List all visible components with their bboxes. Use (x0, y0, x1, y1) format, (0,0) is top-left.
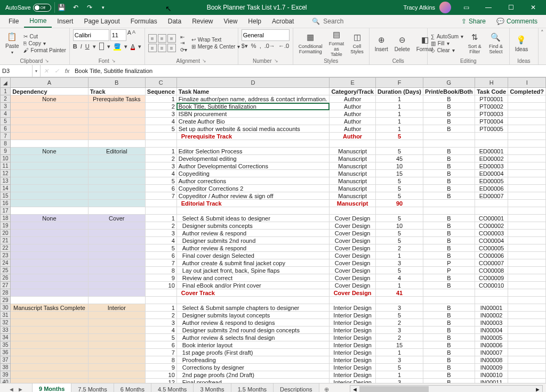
new-sheet-button[interactable]: ⊕ (319, 383, 334, 392)
table-row[interactable]: 345Author review & selects final designI… (1, 334, 546, 341)
font-name-select[interactable] (73, 29, 109, 41)
dialog-launcher-icon[interactable]: ↘ (45, 58, 49, 63)
table-row[interactable]: 389Corrections by designerInterior Desig… (1, 364, 546, 371)
clear-button[interactable]: ◇Clear ▾ (431, 47, 463, 53)
user-avatar[interactable] (439, 2, 451, 13)
table-row[interactable]: 18NoneCover1Select & Submit ideas to des… (1, 215, 546, 222)
table-row[interactable]: 378ProofreadingInterior Design3BIN00008 (1, 356, 546, 364)
search-box[interactable]: 🔍Search (312, 15, 343, 28)
bold-button[interactable]: B (73, 43, 77, 50)
indent-buttons[interactable]: ⇤ ⇥ (180, 34, 187, 46)
close-icon[interactable]: ✕ (523, 0, 544, 15)
table-row[interactable]: 102Developmental editingManuscript45BED0… (1, 155, 546, 162)
spreadsheet-grid[interactable]: ◢ABCDEFGHI 1DependencyTrackSequenceTask … (0, 77, 546, 383)
sort-filter-button[interactable]: ⇅Sort & Filter (465, 32, 484, 54)
menu-page-layout[interactable]: Page Layout (78, 15, 125, 28)
undo-icon[interactable]: ↶ (69, 0, 83, 15)
table-row[interactable]: 8 (1, 140, 546, 148)
select-all-corner[interactable]: ◢ (1, 78, 11, 88)
table-row[interactable]: 258Lay out jacket front, back, Spine fla… (1, 267, 546, 274)
table-row[interactable]: 2710Final eBook and/or Print coverCover … (1, 282, 546, 289)
table-row[interactable]: 9NoneEditorial1Editor Selection ProcessM… (1, 148, 546, 155)
table-row[interactable]: 7Prerequisite TrackAuthor5 (1, 133, 546, 140)
sheet-tab[interactable]: 6 Months (114, 383, 151, 392)
conditional-formatting-button[interactable]: ▦Conditional Formatting (296, 32, 325, 54)
maximize-icon[interactable]: ☐ (500, 0, 521, 15)
table-row[interactable]: 17 (1, 207, 546, 215)
table-row[interactable]: 146Copyeditor Corrections 2Manuscript5BE… (1, 185, 546, 192)
number-format-select[interactable] (242, 29, 290, 41)
table-row[interactable]: 247Author create & submit final jacket c… (1, 259, 546, 267)
table-row[interactable]: 236Final cover design SelectedCover Desi… (1, 252, 546, 259)
font-size-select[interactable] (110, 29, 126, 41)
table-row[interactable]: 32Book Title, Subtitle finalizationAutho… (1, 103, 546, 110)
header-row[interactable]: 1DependencyTrackSequenceTask NameCategor… (1, 88, 546, 95)
table-row[interactable]: 214Designer submits 2nd roundCover Desig… (1, 237, 546, 244)
grow-font-icon[interactable]: A (127, 29, 131, 41)
table-row[interactable]: 192Designer submits conceptsCover Design… (1, 222, 546, 230)
table-row[interactable]: 54Create Author BioAuthor1BPT00004 (1, 118, 546, 125)
cut-button[interactable]: ✂Cut (23, 34, 66, 39)
table-row[interactable]: 157Copyeditor / Author review & sign off… (1, 192, 546, 200)
column-headers[interactable]: ◢ABCDEFGHI (1, 78, 546, 88)
orientation-button[interactable]: ⟳▾ (180, 47, 187, 53)
autosave-toggle[interactable]: AutoSave Off (2, 2, 55, 13)
qat-customize-icon[interactable]: ▾ (97, 0, 110, 15)
border-button[interactable] (99, 43, 105, 50)
delete-cells-button[interactable]: ⊖Delete (392, 35, 412, 52)
menu-insert[interactable]: Insert (52, 15, 78, 28)
ideas-button[interactable]: 💡Ideas (513, 35, 530, 52)
menu-view[interactable]: View (219, 15, 243, 28)
table-row[interactable]: 203Author review & respondCover Design5B… (1, 230, 546, 237)
name-box-dropdown[interactable]: ▾ (33, 65, 41, 77)
table-row[interactable]: 43ISBN procurementAuthor1BPT00003 (1, 110, 546, 118)
dialog-launcher-icon[interactable]: ↘ (111, 58, 116, 63)
menu-review[interactable]: Review (187, 15, 218, 28)
menu-help[interactable]: Help (243, 15, 267, 28)
horizontal-scrollbar[interactable]: ◄► (350, 385, 543, 392)
format-painter-button[interactable]: 🖌Format Painter (23, 47, 66, 53)
enter-formula-icon[interactable]: ✓ (51, 68, 62, 75)
table-row[interactable]: 30Manuscript Tasks CompleteInterior1Sele… (1, 304, 546, 312)
collapse-ribbon-icon[interactable]: ˄ (541, 29, 544, 36)
menu-data[interactable]: Data (163, 15, 187, 28)
fill-button[interactable]: ▥Fill ▾ (431, 40, 463, 46)
sheet-tab[interactable]: 3 Months (194, 383, 231, 392)
insert-cells-button[interactable]: ⊕Insert (373, 35, 390, 52)
table-row[interactable]: 113Author Developmental CorrectionsManus… (1, 162, 546, 170)
table-row[interactable]: 16Editorial TrackManuscript90 (1, 200, 546, 207)
sheet-tab[interactable]: 9 Months (33, 383, 71, 392)
table-row[interactable]: 65Set up author website & social media a… (1, 125, 546, 133)
user-name[interactable]: Tracy Atkins (404, 4, 436, 11)
autosum-button[interactable]: ∑AutoSum ▾ (431, 34, 463, 39)
save-icon[interactable]: 💾 (55, 0, 69, 15)
table-row[interactable]: 323Author review & respond to designsInt… (1, 319, 546, 326)
merge-center-button[interactable]: ⊞Merge & Center ▾ (191, 44, 240, 50)
format-as-table-button[interactable]: ▤Format as Table (327, 29, 347, 57)
underline-button[interactable]: U (85, 43, 90, 50)
fill-color-button[interactable]: 🪣 (114, 43, 121, 50)
paste-button[interactable]: 📋Paste▾ (3, 31, 21, 55)
share-button[interactable]: ⇪Share (456, 15, 491, 28)
table-row[interactable]: 2NonePrerequisite Tasks1Finalize author/… (1, 95, 546, 103)
sheet-tab[interactable]: 7.5 Months (71, 383, 114, 392)
wrap-text-button[interactable]: ↩Wrap Text (191, 37, 240, 43)
italic-button[interactable]: I (81, 43, 82, 50)
redo-icon[interactable]: ↷ (83, 0, 97, 15)
sheet-tab[interactable]: 1.5 Months (231, 383, 274, 392)
table-row[interactable]: 269Review and correctCover Design4BCO000… (1, 274, 546, 282)
table-row[interactable]: 29 (1, 297, 546, 304)
fx-icon[interactable]: fx (62, 68, 73, 74)
copy-button[interactable]: ⎘Copy ▾ (23, 40, 66, 46)
number-format-buttons[interactable]: $▾%,.0→←.0 (242, 43, 290, 50)
menu-home[interactable]: Home (24, 15, 52, 28)
dialog-launcher-icon[interactable]: ↘ (274, 58, 278, 63)
table-row[interactable]: 334Designer submits 2nd round design con… (1, 326, 546, 334)
minimize-icon[interactable]: — (478, 0, 499, 15)
menu-file[interactable]: File (3, 15, 24, 28)
table-row[interactable]: 39102nd page proofs (2nd Draft)Interior … (1, 371, 546, 379)
table-row[interactable]: 225Author review & respondCover Design2B… (1, 244, 546, 252)
table-row[interactable]: 124CopyeditingManuscript15BED00004 (1, 170, 546, 177)
sheet-tab[interactable]: 4.5 Months (151, 383, 194, 392)
find-select-button[interactable]: 🔍Find & Select (486, 32, 506, 54)
